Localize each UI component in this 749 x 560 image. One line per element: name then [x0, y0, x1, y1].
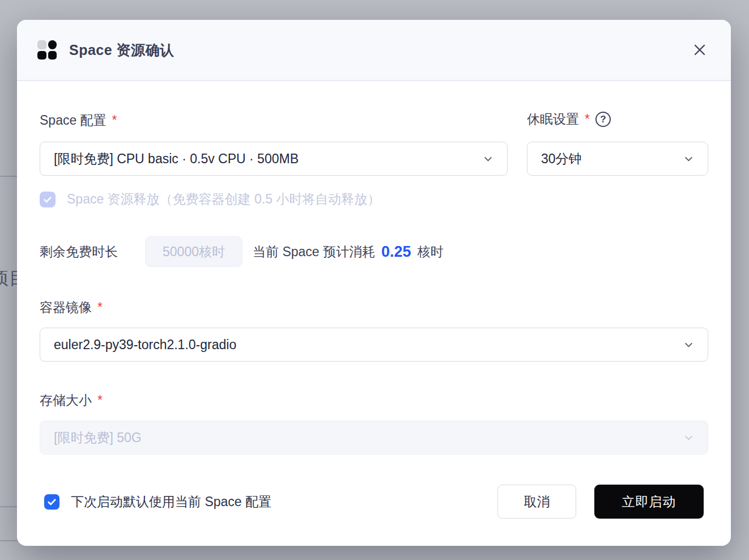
background-divider [0, 176, 18, 177]
release-checkbox-label: Space 资源释放（免费容器创建 0.5 小时将自动释放） [67, 190, 380, 208]
dialog-header: Space 资源确认 [17, 20, 731, 81]
image-select[interactable]: euler2.9-py39-torch2.1.0-gradio [40, 328, 708, 362]
release-checkbox [40, 192, 56, 207]
check-icon [42, 194, 53, 205]
help-icon[interactable]: ? [595, 112, 611, 127]
remember-checkbox[interactable] [44, 494, 59, 510]
space-config-label: Space 配置 * [40, 112, 117, 129]
remember-checkbox-label: 下次启动默认使用当前 Space 配置 [71, 493, 271, 511]
check-icon [46, 497, 57, 507]
required-asterisk: * [97, 300, 103, 315]
storage-select: [限时免费] 50G [40, 421, 708, 455]
space-config-select[interactable]: [限时免费] CPU basic · 0.5v CPU · 500MB [40, 142, 508, 176]
dialog-title: Space 资源确认 [69, 41, 175, 60]
storage-label: 存储大小 * [40, 392, 103, 409]
cancel-button[interactable]: 取消 [497, 485, 576, 519]
space-config-select-value: [限时免费] CPU basic · 0.5v CPU · 500MB [54, 150, 299, 168]
screen: 项目 Space 资源确认 Space 配置 * 休眠设置 * ? [0, 0, 749, 560]
required-asterisk: * [585, 112, 590, 127]
storage-select-value: [限时免费] 50G [54, 429, 142, 447]
required-asterisk: * [97, 393, 103, 408]
sleep-setting-select[interactable]: 30分钟 [527, 142, 708, 176]
quota-estimate-value: 0.25 [381, 243, 411, 261]
quota-estimate: 当前 Space 预计消耗 0.25 核时 [253, 236, 444, 267]
space-resource-confirm-dialog: Space 资源确认 Space 配置 * 休眠设置 * ? [限时免费] CP… [17, 20, 731, 546]
chevron-down-icon [683, 340, 694, 350]
image-select-value: euler2.9-py39-torch2.1.0-gradio [54, 337, 236, 353]
quota-remaining-box: 50000核时 [145, 236, 242, 267]
background-divider [0, 506, 18, 507]
image-label: 容器镜像 * [40, 299, 103, 316]
chevron-down-icon [683, 154, 694, 164]
required-asterisk: * [112, 113, 117, 128]
sleep-setting-label: 休眠设置 * ? [527, 111, 611, 128]
remember-checkbox-row[interactable]: 下次启动默认使用当前 Space 配置 [44, 485, 271, 519]
chevron-down-icon [683, 432, 694, 443]
chevron-down-icon [483, 154, 493, 164]
quota-estimate-suffix: 核时 [418, 243, 444, 261]
studio-logo-icon [37, 40, 57, 60]
sleep-setting-select-value: 30分钟 [541, 150, 582, 168]
background-divider [0, 540, 18, 541]
quota-estimate-prefix: 当前 Space 预计消耗 [253, 243, 375, 261]
quota-label: 剩余免费时长 [40, 236, 118, 267]
start-now-button[interactable]: 立即启动 [594, 485, 704, 519]
release-checkbox-row: Space 资源释放（免费容器创建 0.5 小时将自动释放） [40, 190, 380, 208]
close-icon [691, 41, 708, 58]
close-button[interactable] [689, 39, 710, 61]
